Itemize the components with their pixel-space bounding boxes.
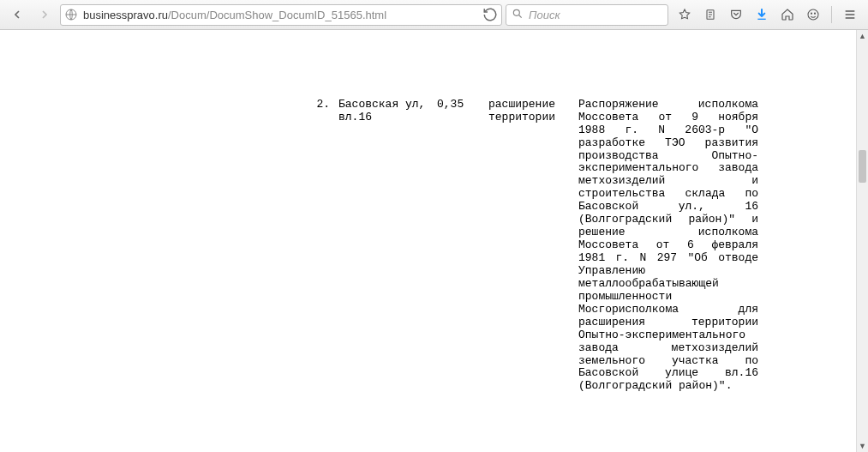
globe-icon: [64, 8, 78, 21]
cell-description: Распоряжение исполкома Моссовета от 9 но…: [578, 99, 758, 394]
scroll-thumb[interactable]: [859, 150, 866, 183]
menu-button[interactable]: [837, 3, 863, 26]
toolbar-separator: [831, 6, 832, 23]
search-placeholder: Поиск: [529, 9, 662, 21]
cell-purpose: расширение территории: [488, 99, 578, 394]
search-bar[interactable]: Поиск: [506, 4, 668, 26]
home-icon[interactable]: [775, 3, 800, 26]
svg-point-1: [513, 9, 519, 15]
svg-point-3: [808, 9, 818, 20]
scroll-down-button[interactable]: ▼: [857, 440, 868, 452]
url-text: businesspravo.ru/Docum/DocumShow_DocumID…: [83, 9, 482, 21]
forward-button[interactable]: [33, 3, 57, 26]
reader-icon[interactable]: [697, 3, 723, 26]
cell-number: 2.: [313, 99, 338, 394]
page-viewport: 2. Басовская ул, вл.16 0,35 расширение т…: [0, 30, 868, 452]
pocket-icon[interactable]: [723, 3, 749, 26]
bookmark-star-icon[interactable]: [672, 3, 697, 26]
document-content: 2. Басовская ул, вл.16 0,35 расширение т…: [0, 30, 856, 452]
scroll-up-button[interactable]: ▲: [857, 30, 868, 42]
download-icon[interactable]: [749, 3, 775, 26]
table-row: 2. Басовская ул, вл.16 0,35 расширение т…: [313, 99, 830, 394]
reload-button[interactable]: [482, 7, 498, 22]
svg-point-4: [811, 13, 811, 14]
search-icon: [512, 8, 524, 22]
cell-address: Басовская ул, вл.16: [338, 99, 437, 394]
toolbar-icon-group: [672, 3, 826, 26]
vertical-scrollbar[interactable]: ▲ ▼: [856, 30, 868, 452]
browser-toolbar: businesspravo.ru/Docum/DocumShow_DocumID…: [0, 0, 868, 30]
cell-value: 0,35: [437, 99, 488, 394]
back-button[interactable]: [5, 3, 29, 26]
smiley-icon[interactable]: [800, 3, 826, 26]
svg-point-5: [814, 13, 815, 14]
url-bar[interactable]: businesspravo.ru/Docum/DocumShow_DocumID…: [60, 4, 502, 26]
